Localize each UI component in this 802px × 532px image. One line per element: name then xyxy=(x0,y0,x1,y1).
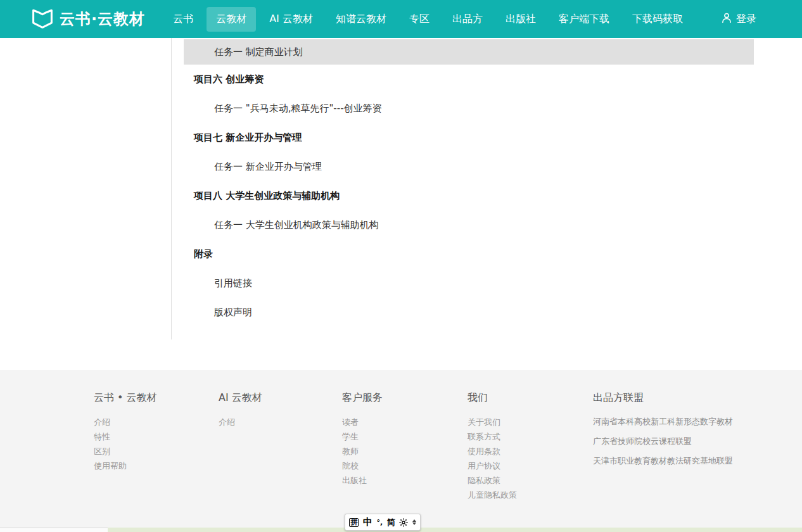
footer-link[interactable]: 区别 xyxy=(94,444,219,459)
ime-simplified-toggle[interactable]: 简 xyxy=(387,517,395,528)
ime-pinyin-button[interactable]: 拼 xyxy=(349,518,359,527)
gear-icon[interactable] xyxy=(399,518,408,527)
footer-link[interactable]: 介绍 xyxy=(219,415,342,429)
nav-item-producer[interactable]: 出品方 xyxy=(443,7,492,32)
footer-link[interactable]: 学生 xyxy=(342,429,468,444)
footer-link[interactable]: 联系方式 xyxy=(468,429,593,444)
footer-col-title: 我们 xyxy=(468,391,593,405)
footer-col-title: AI 云教材 xyxy=(219,391,342,405)
ime-more-handle[interactable] xyxy=(412,519,416,525)
footer-col-ai-yunjiaocai: AI 云教材 介绍 xyxy=(219,391,342,502)
footer-link[interactable]: 广东省技师院校云课程联盟 xyxy=(593,434,796,448)
footer-link[interactable]: 院校 xyxy=(342,459,468,473)
toc-task-selected[interactable]: 任务一 制定商业计划 xyxy=(184,39,754,65)
login-button[interactable]: 登录 xyxy=(721,12,756,26)
nav-item-zone[interactable]: 专区 xyxy=(400,7,439,32)
toc-task[interactable]: 任务一 大学生创业机构政策与辅助机构 xyxy=(172,210,761,239)
footer-link[interactable]: 使用帮助 xyxy=(94,459,219,473)
toc-task[interactable]: 任务一 "兵马未动,粮草先行"---创业筹资 xyxy=(172,94,761,123)
nav-item-ai-yunjiaocai[interactable]: AI 云教材 xyxy=(260,7,322,32)
page-footer: 云书 • 云教材 介绍 特性 区别 使用帮助 AI 云教材 介绍 客户服务 读者… xyxy=(0,370,802,532)
nav-item-publisher[interactable]: 出版社 xyxy=(496,7,545,32)
nav-item-client-download[interactable]: 客户端下载 xyxy=(549,7,619,32)
footer-col-title: 云书 • 云教材 xyxy=(94,391,219,405)
nav-item-yunjiaocai[interactable]: 云教材 xyxy=(207,7,256,32)
footer-col-title: 客户服务 xyxy=(342,391,468,405)
open-book-logo-icon xyxy=(30,6,54,32)
main-nav: 云书 云教材 AI 云教材 知谱云教材 专区 出品方 出版社 客户端下载 下载码… xyxy=(162,7,694,32)
footer-link[interactable]: 教师 xyxy=(342,444,468,459)
footer-link[interactable]: 隐私政策 xyxy=(468,473,593,488)
nav-item-download-code[interactable]: 下载码获取 xyxy=(623,7,692,32)
footer-link[interactable]: 读者 xyxy=(342,415,468,429)
login-label: 登录 xyxy=(736,13,756,26)
taskbar-peek-left xyxy=(0,528,108,532)
footer-col-producer-alliance: 出品方联盟 河南省本科高校新工科新形态数字教材 广东省技师院校云课程联盟 天津市… xyxy=(593,391,796,502)
footer-col-title: 出品方联盟 xyxy=(593,391,796,405)
footer-columns: 云书 • 云教材 介绍 特性 区别 使用帮助 AI 云教材 介绍 客户服务 读者… xyxy=(0,370,802,502)
toc-appendix[interactable]: 附录 xyxy=(172,239,761,269)
footer-link[interactable]: 儿童隐私政策 xyxy=(468,488,593,502)
toc-panel: 任务一 制定商业计划 项目六 创业筹资 任务一 "兵马未动,粮草先行"---创业… xyxy=(171,38,761,339)
taskbar-mini-icon xyxy=(82,528,89,532)
toc-chapter-8[interactable]: 项目八 大学生创业政策与辅助机构 xyxy=(172,181,761,210)
footer-link[interactable]: 使用条款 xyxy=(468,444,593,459)
toc-task-citation-links[interactable]: 引用链接 xyxy=(172,269,761,298)
footer-col-yunshu-yunjiaocai: 云书 • 云教材 介绍 特性 区别 使用帮助 xyxy=(94,391,219,502)
toc-chapter-6[interactable]: 项目六 创业筹资 xyxy=(172,65,761,94)
ime-toolbar: 拼 中 °, 简 xyxy=(345,514,421,531)
footer-link[interactable]: 特性 xyxy=(94,429,219,444)
footer-link[interactable]: 用户协议 xyxy=(468,459,593,473)
footer-col-customer-service: 客户服务 读者 学生 教师 院校 出版社 xyxy=(342,391,468,502)
footer-link[interactable]: 天津市职业教育教材教法研究基地联盟 xyxy=(593,454,796,467)
ime-language-toggle[interactable]: 中 xyxy=(363,516,372,528)
footer-link[interactable]: 出版社 xyxy=(342,473,468,488)
toc-task-copyright-notice[interactable]: 版权声明 xyxy=(172,298,761,327)
footer-link[interactable]: 河南省本科高校新工科新形态数字教材 xyxy=(593,415,796,428)
top-navbar: 云书·云教材 云书 云教材 AI 云教材 知谱云教材 专区 出品方 出版社 客户… xyxy=(0,0,802,38)
nav-item-zhipu-yunjiaocai[interactable]: 知谱云教材 xyxy=(326,7,396,32)
taskbar-peek-right xyxy=(108,528,802,532)
site-logo[interactable]: 云书·云教材 xyxy=(30,6,145,32)
footer-link[interactable]: 关于我们 xyxy=(468,415,593,429)
user-icon xyxy=(721,12,732,26)
nav-item-yunshu[interactable]: 云书 xyxy=(163,7,203,32)
site-logo-text: 云书·云教材 xyxy=(60,9,145,29)
taskbar-mini-icon xyxy=(94,528,104,532)
ime-punctuation-toggle[interactable]: °, xyxy=(376,518,383,526)
footer-link[interactable]: 介绍 xyxy=(94,415,219,429)
footer-col-about-us: 我们 关于我们 联系方式 使用条款 用户协议 隐私政策 儿童隐私政策 xyxy=(468,391,593,502)
toc-chapter-7[interactable]: 项目七 新企业开办与管理 xyxy=(172,123,761,152)
toc-task[interactable]: 任务一 新企业开办与管理 xyxy=(172,152,761,181)
